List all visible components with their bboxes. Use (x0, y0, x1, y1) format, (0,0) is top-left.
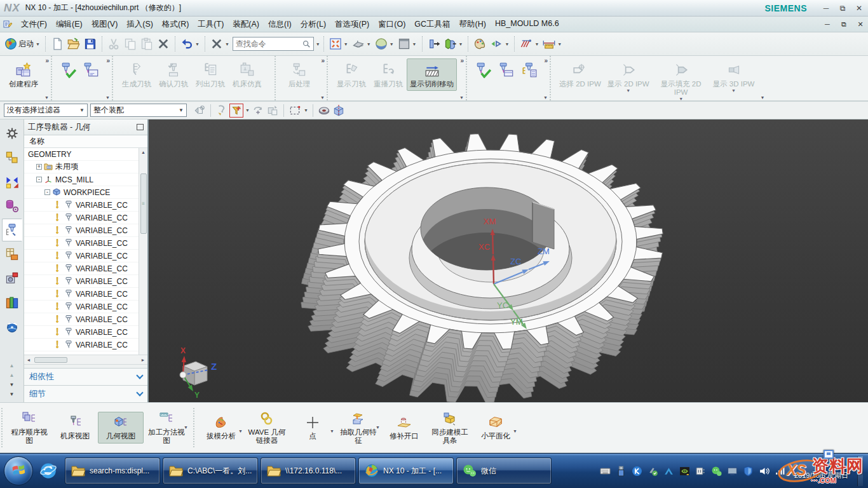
dropdown-arrow-icon[interactable]: ▼ (330, 429, 334, 433)
ribbon-button-workpiece-tool-win[interactable] (495, 58, 518, 81)
doc-minimize-button[interactable]: ─ (822, 20, 832, 28)
group-overflow-button[interactable]: » (45, 57, 49, 64)
ribbon-button-display-replay-tp[interactable]: 重播刀轨 (370, 58, 407, 91)
dropdown-arrow-icon[interactable]: ▼ (376, 425, 380, 430)
ribbon-button-tool-tool-check[interactable] (57, 58, 80, 81)
scroll-right-icon[interactable]: ► (139, 358, 147, 362)
tree-row[interactable]: VARIABLE_CC (24, 301, 139, 313)
taskbar-clock[interactable]: 9: 2019/10/6 星期日 (790, 462, 852, 480)
plug-icon[interactable] (695, 466, 706, 477)
restore-button[interactable]: ⧉ (837, 4, 848, 13)
ribbon-button-post-post[interactable]: 后处理 (281, 58, 318, 91)
open-button[interactable] (65, 36, 82, 52)
ribbon-button-display-show-tp[interactable]: 显示刀轨 (333, 58, 370, 91)
dropdown-arrow-icon[interactable]: ▼ (245, 108, 250, 112)
tree-row[interactable]: VARIABLE_CC (24, 212, 139, 224)
resource-tab-part-navigator[interactable] (2, 194, 22, 217)
selection-filter-dropdown[interactable]: 没有选择过滤器▼ (4, 104, 88, 117)
keyboard-icon[interactable] (600, 466, 611, 477)
orient-view-button[interactable]: ▼ (350, 36, 373, 52)
view-button-vb-patch[interactable]: 修补开口 (381, 412, 427, 444)
menu-item-3[interactable]: 插入(S) (122, 18, 158, 31)
internet-explorer-button[interactable] (36, 458, 61, 484)
view-button-vb-extract[interactable]: 抽取几何特征▼ (336, 408, 381, 448)
dropdown-arrow-icon[interactable]: ▼ (731, 88, 736, 93)
delete-alt-button[interactable]: ▼ (208, 36, 231, 52)
network-icon[interactable] (775, 466, 785, 477)
view-button-vb-machine[interactable]: 机床视图 (52, 412, 98, 444)
tree-row[interactable]: VARIABLE_CC (24, 326, 139, 339)
dropdown-arrow-icon[interactable]: ▼ (316, 42, 320, 46)
section-donut-icon[interactable] (318, 104, 330, 117)
graphics-viewport[interactable]: XMXCZMZCYCYMXYZ (149, 119, 868, 402)
delete-button[interactable] (155, 36, 172, 52)
menu-item-7[interactable]: 信息(I) (264, 18, 296, 31)
fit-view-button[interactable]: ▼ (327, 36, 350, 52)
kingsoft-icon[interactable] (632, 466, 642, 477)
ribbon-button-workpiece-tool-tree[interactable] (518, 58, 541, 81)
ribbon-button-operations-sim[interactable]: 机床仿真 (229, 58, 266, 91)
view-button-vb-wave[interactable]: WAVE 几何链接器 (244, 408, 290, 448)
dropdown-arrow-icon[interactable]: ▼ (304, 108, 308, 112)
ribbon-button-operations-gen-tp[interactable]: 生成刀轨 (118, 58, 155, 91)
view-button-vb-sync[interactable]: 同步建模工具条 (427, 408, 473, 448)
snap-point-icon[interactable] (193, 104, 206, 117)
command-search[interactable] (233, 37, 314, 51)
group-overflow-button[interactable]: » (544, 57, 548, 64)
start-button[interactable]: 启动▼ (3, 36, 42, 52)
search-input[interactable] (236, 39, 302, 48)
ribbon-button-ipw-ipw-select[interactable]: 选择 2D IPW (556, 58, 604, 91)
ribbon-button-insert-create-program[interactable]: 创建程序 (5, 58, 42, 91)
tree-row[interactable]: VARIABLE_CC (24, 288, 139, 301)
show-desktop-button[interactable] (857, 456, 863, 486)
dropdown-arrow-icon[interactable]: ▼ (238, 429, 243, 433)
analysis-section-button[interactable]: ▼ (518, 36, 541, 52)
dropdown-arrow-icon[interactable]: ▼ (557, 42, 562, 46)
tree-row[interactable]: VARIABLE_CC (24, 224, 139, 237)
tree-row[interactable]: VARIABLE_CC (24, 199, 139, 212)
tree-row[interactable]: +未用项 (24, 161, 139, 173)
group-more-button[interactable]: ▼ (459, 95, 464, 100)
resource-tab-operation-navigator[interactable] (2, 219, 22, 241)
panel-restore-icon[interactable] (137, 124, 144, 130)
taskbar-button-0[interactable]: search-ms:displ... (65, 458, 160, 484)
display-icon[interactable] (727, 466, 738, 477)
rotate-point-icon[interactable] (252, 104, 264, 117)
hand-select-icon[interactable] (215, 104, 228, 117)
menu-item-5[interactable]: 工具(T) (193, 18, 228, 31)
dropdown-arrow-icon[interactable]: ▼ (626, 88, 630, 93)
security-shield-icon[interactable] (743, 466, 754, 477)
ribbon-button-operations-list-tp[interactable]: 列出刀轨 (192, 58, 229, 91)
show-hide-button[interactable]: ▼ (488, 36, 511, 52)
dropdown-arrow-icon[interactable]: ▼ (412, 42, 417, 46)
dropdown-arrow-icon[interactable]: ▼ (195, 42, 200, 46)
view-button-vb-point[interactable]: 点▼ (290, 412, 336, 444)
ribbon-button-ipw-ipw-fill[interactable]: 显示填充 2D IPW▼ (653, 58, 710, 104)
group-more-button[interactable]: ▼ (761, 95, 765, 100)
hscrollbar-thumb[interactable] (34, 357, 67, 363)
menu-item-11[interactable]: GC工具箱 (410, 18, 454, 31)
dropdown-arrow-icon[interactable]: ▼ (36, 42, 40, 46)
scroll-up-icon[interactable]: ▲ (10, 372, 15, 378)
nvidia-icon[interactable] (679, 466, 690, 477)
doc-close-button[interactable]: ✕ (855, 20, 865, 29)
view-button-vb-facet[interactable]: 小平面化▼ (473, 412, 519, 444)
menu-item-8[interactable]: 分析(L) (296, 18, 330, 31)
move-face-button[interactable] (426, 36, 442, 52)
dropdown-arrow-icon[interactable]: ▼ (679, 97, 683, 101)
view-button-vb-draft[interactable]: 拔模分析▼ (198, 412, 244, 444)
group-overflow-button[interactable]: » (321, 57, 325, 64)
synchronous-move-button[interactable]: ▼ (442, 36, 465, 52)
resource-tab-process-assistant[interactable] (2, 267, 22, 290)
view-button-vb-method[interactable]: 加工方法视图▼ (144, 408, 189, 448)
drag-copy-icon[interactable] (266, 104, 279, 117)
group-more-button[interactable]: ▼ (320, 95, 325, 100)
role-palette-button[interactable] (471, 36, 488, 52)
start-button[interactable] (4, 456, 33, 485)
paste-button[interactable] (139, 36, 155, 52)
taskbar-button-4[interactable]: 微信 (456, 458, 552, 484)
scroll-up-icon[interactable]: ▲ (141, 148, 146, 157)
input-indicator-icon[interactable] (824, 450, 834, 459)
selection-scope-dropdown[interactable]: 整个装配▼ (90, 104, 187, 117)
menu-item-6[interactable]: 装配(A) (228, 18, 264, 31)
